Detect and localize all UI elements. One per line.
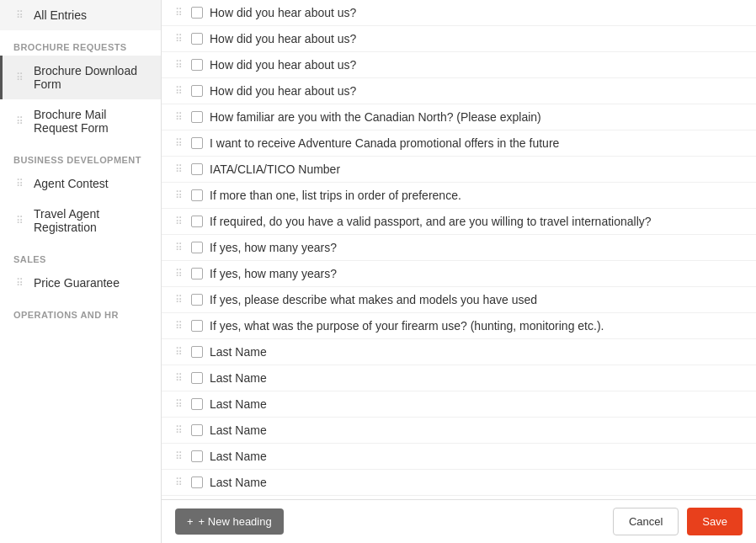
table-row: ⠿If required, do you have a valid passpo… — [162, 209, 756, 235]
cancel-button[interactable]: Cancel — [613, 508, 679, 535]
sidebar-item-label: Brochure Mail Request Form — [34, 108, 147, 135]
new-heading-label: + New heading — [199, 515, 272, 528]
drag-handle-icon: ⠿ — [175, 242, 183, 253]
sidebar-item-all-entries[interactable]: ⠿All Entries — [0, 0, 161, 30]
field-checkbox[interactable] — [191, 424, 203, 436]
drag-handle-icon: ⠿ — [175, 163, 183, 175]
field-label: Last Name — [210, 371, 267, 385]
field-label: If yes, how many years? — [210, 241, 337, 254]
drag-handle-icon: ⠿ — [175, 372, 183, 384]
sidebar-item-agent-contest[interactable]: ⠿Agent Contest — [0, 168, 161, 199]
table-row: ⠿How did you hear about us? — [162, 0, 756, 26]
field-label: How did you hear about us? — [210, 32, 356, 45]
drag-handle-icon: ⠿ — [175, 59, 183, 71]
field-checkbox[interactable] — [191, 346, 203, 358]
save-button[interactable]: Save — [687, 508, 743, 535]
field-checkbox[interactable] — [191, 320, 203, 332]
field-checkbox[interactable] — [191, 268, 203, 279]
field-checkbox[interactable] — [191, 372, 203, 384]
table-row: ⠿If yes, please describe what makes and … — [162, 287, 756, 313]
field-label: Last Name — [210, 423, 267, 437]
table-row: ⠿How did you hear about us? — [162, 26, 756, 52]
field-checkbox[interactable] — [191, 476, 203, 488]
table-row: ⠿Last Name — [162, 470, 756, 496]
sidebar-section-label: BUSINESS DEVELOPMENT — [0, 143, 161, 168]
drag-handle-icon: ⠿ — [175, 398, 183, 410]
field-checkbox[interactable] — [191, 189, 203, 201]
drag-handle-icon: ⠿ — [16, 277, 24, 289]
sidebar-section-label: OPERATIONS AND HR — [0, 298, 161, 323]
sidebar-item-brochure-download-form[interactable]: ⠿Brochure Download Form — [0, 56, 161, 99]
field-label: If required, do you have a valid passpor… — [210, 215, 652, 228]
drag-handle-icon: ⠿ — [175, 476, 183, 488]
drag-handle-icon: ⠿ — [175, 189, 183, 201]
drag-handle-icon: ⠿ — [175, 7, 183, 19]
field-label: I want to receive Adventure Canada promo… — [210, 136, 559, 150]
table-row: ⠿If yes, what was the purpose of your fi… — [162, 313, 756, 339]
field-label: Last Name — [210, 397, 267, 411]
drag-handle-icon: ⠿ — [16, 9, 24, 21]
drag-handle-icon: ⠿ — [175, 450, 183, 462]
drag-handle-icon: ⠿ — [175, 268, 183, 279]
table-row: ⠿How familiar are you with the Canadian … — [162, 104, 756, 130]
field-checkbox[interactable] — [191, 85, 203, 97]
table-row: ⠿Last Name — [162, 418, 756, 444]
drag-handle-icon: ⠿ — [175, 137, 183, 149]
field-checkbox[interactable] — [191, 7, 203, 19]
drag-handle-icon: ⠿ — [175, 294, 183, 306]
sidebar-item-brochure-mail-request-form[interactable]: ⠿Brochure Mail Request Form — [0, 99, 161, 143]
new-heading-button[interactable]: + + New heading — [175, 508, 284, 535]
field-label: Last Name — [210, 476, 267, 489]
table-row: ⠿How did you hear about us? — [162, 78, 756, 104]
field-label: How did you hear about us? — [210, 58, 356, 72]
table-row: ⠿If yes, how many years? — [162, 261, 756, 287]
sidebar-item-price-guarantee[interactable]: ⠿Price Guarantee — [0, 268, 161, 298]
sidebar-item-travel-agent-registration[interactable]: ⠿Travel Agent Registration — [0, 199, 161, 242]
drag-handle-icon: ⠿ — [16, 115, 24, 127]
field-checkbox[interactable] — [191, 163, 203, 175]
sidebar-item-label: Brochure Download Form — [34, 64, 147, 91]
drag-handle-icon: ⠿ — [175, 216, 183, 227]
sidebar: ⠿All EntriesBROCHURE REQUESTS⠿Brochure D… — [0, 0, 162, 543]
table-row: ⠿I want to receive Adventure Canada prom… — [162, 130, 756, 157]
drag-handle-icon: ⠿ — [16, 215, 24, 226]
drag-handle-icon: ⠿ — [175, 320, 183, 332]
field-label: If more than one, list trips in order of… — [210, 189, 461, 202]
main-panel: ⠿How did you hear about us?⠿How did you … — [162, 0, 756, 543]
field-label: If yes, how many years? — [210, 267, 337, 280]
field-checkbox[interactable] — [191, 137, 203, 149]
field-checkbox[interactable] — [191, 398, 203, 410]
field-label: Last Name — [210, 450, 267, 463]
table-row: ⠿Last Name — [162, 365, 756, 391]
table-row: ⠿Last Name — [162, 339, 756, 365]
drag-handle-icon: ⠿ — [175, 85, 183, 97]
field-checkbox[interactable] — [191, 33, 203, 45]
sidebar-item-label: Travel Agent Registration — [34, 207, 147, 234]
field-checkbox[interactable] — [191, 294, 203, 306]
sidebar-section-label: SALES — [0, 242, 161, 268]
table-row: ⠿IATA/CLIA/TICO Number — [162, 157, 756, 183]
field-label: Last Name — [210, 345, 267, 359]
field-checkbox[interactable] — [191, 242, 203, 253]
field-label: If yes, please describe what makes and m… — [210, 293, 537, 306]
drag-handle-icon: ⠿ — [16, 178, 24, 189]
sidebar-item-label: All Entries — [34, 8, 87, 22]
field-label: If yes, what was the purpose of your fir… — [210, 319, 604, 333]
sidebar-section-label: BROCHURE REQUESTS — [0, 30, 161, 56]
drag-handle-icon: ⠿ — [175, 111, 183, 123]
field-label: How did you hear about us? — [210, 6, 356, 19]
field-checkbox[interactable] — [191, 59, 203, 71]
drag-handle-icon: ⠿ — [175, 424, 183, 436]
field-checkbox[interactable] — [191, 216, 203, 227]
plus-icon: + — [187, 515, 194, 528]
sidebar-item-label: Price Guarantee — [34, 276, 120, 290]
table-row: ⠿Last Name — [162, 391, 756, 418]
field-label: IATA/CLIA/TICO Number — [210, 162, 340, 176]
field-label: How familiar are you with the Canadian N… — [210, 110, 541, 124]
field-checkbox[interactable] — [191, 450, 203, 462]
field-label: How did you hear about us? — [210, 84, 356, 98]
field-checkbox[interactable] — [191, 111, 203, 123]
footer-actions: Cancel Save — [613, 508, 743, 535]
footer-bar: + + New heading Cancel Save — [162, 499, 756, 543]
table-row: ⠿Last Name — [162, 444, 756, 470]
